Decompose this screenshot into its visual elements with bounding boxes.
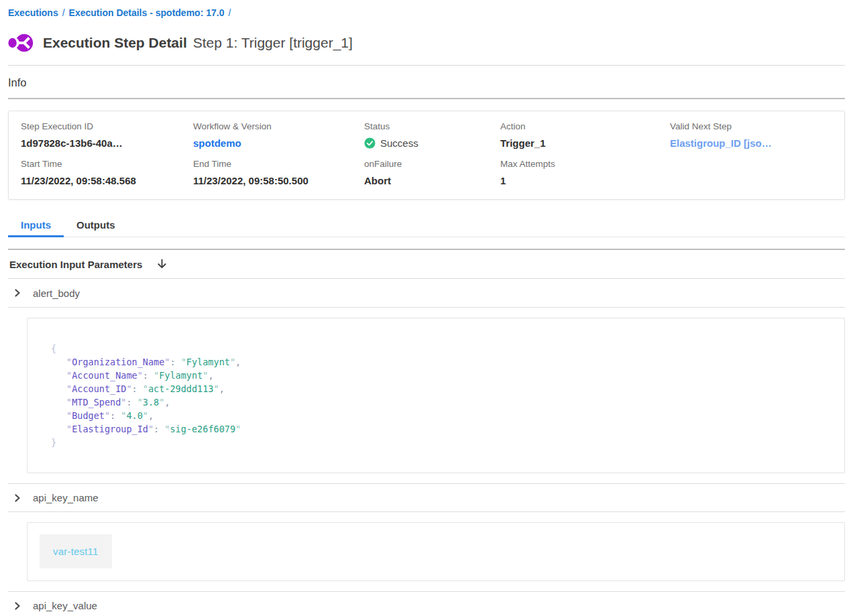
info-card: Step Execution ID 1d97828c-13b6-40a… Wor… xyxy=(8,111,845,200)
alert-body-value-box: {Organization_NameFylamynt,Account_NameF… xyxy=(27,318,845,473)
field-value: Trigger_1 xyxy=(500,137,670,149)
json-line: MTD_Spend3.8, xyxy=(51,395,831,409)
json-comma: , xyxy=(235,357,241,367)
json-open-brace: { xyxy=(51,343,56,354)
field-label: Step Execution ID xyxy=(21,121,193,132)
info-field-start-time: Start Time 11/23/2022, 09:58:48.568 xyxy=(21,159,193,187)
json-line: Elastigroup_Idsig-e26f6079 xyxy=(51,422,831,436)
execution-step-detail-page: Executions/Execution Details - spotdemo:… xyxy=(0,0,853,616)
json-colon xyxy=(126,397,137,408)
json-value: Fylamynt xyxy=(181,357,235,367)
json-value: 3.8 xyxy=(137,397,165,408)
success-check-icon xyxy=(364,137,376,149)
execution-input-parameters-header: Execution Input Parameters xyxy=(8,250,845,279)
json-comma: , xyxy=(219,383,225,394)
json-line: Account_NameFylamynt, xyxy=(51,369,831,382)
chevron-right-icon xyxy=(13,289,21,297)
json-key: Elastigroup_Id xyxy=(66,424,154,434)
info-field-workflow-version: Workflow & Version spotdemo xyxy=(193,121,364,149)
param-row-api-key-value[interactable]: api_key_value xyxy=(8,591,845,616)
json-value: Fylamynt xyxy=(154,370,208,381)
json-key: Organization_Name xyxy=(66,357,170,367)
info-field-action: Action Trigger_1 xyxy=(500,121,670,149)
info-field-empty xyxy=(670,159,844,187)
json-key: MTD_Spend xyxy=(66,397,126,408)
title-divider xyxy=(8,65,845,66)
field-label: Workflow & Version xyxy=(193,121,364,132)
param-name: alert_body xyxy=(33,288,80,299)
field-label: Status xyxy=(364,121,500,132)
json-key: Account_ID xyxy=(66,383,132,394)
alert-body-json: {Organization_NameFylamynt,Account_NameF… xyxy=(51,342,831,449)
breadcrumb-link-execution-details[interactable]: Execution Details - spotdemo: 17.0 xyxy=(69,7,225,18)
json-colon xyxy=(143,370,154,381)
field-value: Abort xyxy=(364,174,500,187)
info-field-valid-next-step: Valid Next Step Elastigroup_ID [jso… xyxy=(670,121,844,149)
chevron-right-icon xyxy=(13,494,21,502)
status-text: Success xyxy=(380,137,418,149)
json-line: { xyxy=(51,342,831,355)
download-arrow-icon[interactable] xyxy=(157,259,167,270)
info-field-step-execution-id: Step Execution ID 1d97828c-13b6-40a… xyxy=(21,121,193,149)
json-line: Budget4.0, xyxy=(51,409,831,422)
info-field-status: Status Success xyxy=(364,121,500,149)
info-section-title: Info xyxy=(8,76,845,89)
param-name: api_key_name xyxy=(33,492,99,503)
field-value: 11/23/2022, 09:58:50.500 xyxy=(193,174,364,187)
page-title-step: Step 1: Trigger [trigger_1] xyxy=(193,35,353,50)
json-colon xyxy=(170,357,180,367)
json-comma: , xyxy=(148,410,154,421)
json-line: Account_IDact-29ddd113, xyxy=(51,382,831,395)
info-divider xyxy=(8,98,845,99)
json-comma: , xyxy=(164,397,170,408)
json-colon xyxy=(132,383,143,394)
param-name: api_key_value xyxy=(33,600,97,611)
field-label: Valid Next Step xyxy=(670,121,844,132)
chevron-right-icon xyxy=(13,602,21,610)
field-label: Max Attempts xyxy=(500,159,670,170)
field-label: End Time xyxy=(193,159,364,170)
json-colon xyxy=(154,424,164,434)
breadcrumb-separator: / xyxy=(228,7,231,18)
field-label: Action xyxy=(500,121,670,132)
field-value: 1 xyxy=(500,174,670,187)
execution-input-parameters-label: Execution Input Parameters xyxy=(9,259,142,270)
info-field-end-time: End Time 11/23/2022, 09:58:50.500 xyxy=(193,159,364,187)
field-label: onFailure xyxy=(364,159,500,170)
page-title-main: Execution Step Detail xyxy=(43,35,187,50)
breadcrumb: Executions/Execution Details - spotdemo:… xyxy=(8,0,845,19)
json-line: } xyxy=(51,436,831,449)
workflow-link[interactable]: spotdemo xyxy=(193,137,364,149)
info-field-max-attempts: Max Attempts 1 xyxy=(500,159,670,187)
json-key: Account_Name xyxy=(66,370,143,381)
status-badge: Success xyxy=(364,137,500,149)
api-key-name-value: var-test11 xyxy=(40,534,112,568)
json-value: act-29ddd113 xyxy=(143,383,219,394)
param-row-api-key-name[interactable]: api_key_name xyxy=(8,483,845,512)
param-row-alert-body[interactable]: alert_body xyxy=(8,279,845,308)
page-title: Execution Step DetailStep 1: Trigger [tr… xyxy=(43,35,353,51)
json-line: Organization_NameFylamynt, xyxy=(51,355,831,369)
json-close-brace: } xyxy=(51,437,56,448)
json-value: 4.0 xyxy=(121,410,148,421)
breadcrumb-separator: / xyxy=(62,7,65,18)
page-header: Execution Step DetailStep 1: Trigger [tr… xyxy=(8,29,845,56)
info-field-onfailure: onFailure Abort xyxy=(364,159,500,187)
json-comma: , xyxy=(208,370,213,381)
json-value: sig-e26f6079 xyxy=(164,424,241,434)
field-value: 1d97828c-13b6-40a… xyxy=(21,137,193,149)
field-label: Start Time xyxy=(21,159,193,170)
tabs: Inputs Outputs xyxy=(8,217,845,237)
json-colon xyxy=(110,410,121,421)
field-value: 11/23/2022, 09:58:48.568 xyxy=(21,174,193,187)
tab-inputs[interactable]: Inputs xyxy=(8,217,64,237)
json-key: Budget xyxy=(66,410,110,421)
api-key-name-value-box: var-test11 xyxy=(27,522,845,581)
tab-outputs[interactable]: Outputs xyxy=(64,217,128,237)
fylamynt-logo-icon xyxy=(8,32,35,54)
valid-next-step-link[interactable]: Elastigroup_ID [jso… xyxy=(670,137,844,149)
breadcrumb-link-executions[interactable]: Executions xyxy=(8,7,58,18)
